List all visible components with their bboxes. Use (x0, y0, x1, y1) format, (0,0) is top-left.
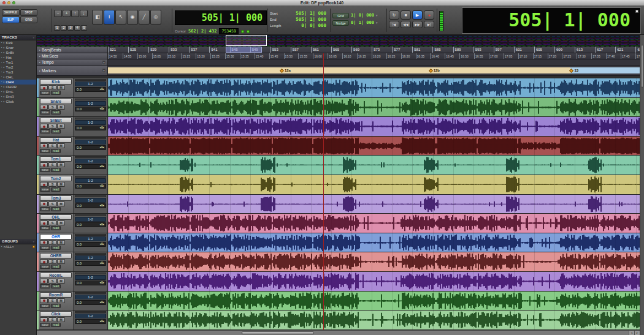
minsec-ruler[interactable]: 14:5014:5515:0015:0515:1015:1515:2015:25… (108, 53, 640, 59)
io-input-display[interactable] (75, 118, 106, 119)
volume-display[interactable]: 0.0◂0▸ (75, 107, 106, 111)
markers-ruler[interactable]: 12a12b13 (108, 66, 640, 75)
sidebar-track-item[interactable]: ▪▸Hat (0, 55, 36, 60)
track-name-button[interactable]: OHR (40, 234, 72, 239)
automation-mode-selector[interactable]: read (51, 149, 61, 153)
sidebar-track-item[interactable]: ▪▸RmL (0, 89, 36, 94)
tempo-ruler-label[interactable]: ▸Tempo+ (37, 59, 108, 65)
automation-mode-selector[interactable]: read (51, 129, 61, 134)
mute-button[interactable]: M (57, 240, 65, 245)
record-enable-button[interactable] (40, 298, 48, 303)
loop-playback-button[interactable]: ↻ (389, 10, 399, 20)
volume-display[interactable]: 0.0◂0▸ (75, 280, 106, 285)
track-lane[interactable] (108, 252, 640, 271)
waveform-view-selector[interactable]: wave (40, 91, 50, 95)
volume-display[interactable]: 0.0◂0▸ (75, 184, 106, 189)
track-name-button[interactable]: OHRR (40, 253, 72, 258)
volume-display[interactable]: 0.0◂0▸ (75, 164, 106, 169)
sidebar-track-item[interactable]: ▪▸OHR (0, 80, 36, 85)
horizontal-zoom-out-button[interactable]: − (54, 10, 62, 17)
track-name-button[interactable]: Hat (40, 137, 72, 143)
volume-display[interactable]: 0.0◂0▸ (75, 242, 106, 247)
mute-button[interactable]: M (57, 105, 65, 110)
track-name-button[interactable]: OHL (40, 214, 72, 220)
vertical-scroll-thumb[interactable] (641, 45, 643, 88)
mute-button[interactable]: M (57, 143, 65, 148)
solo-button[interactable]: S (48, 201, 56, 206)
io-input-display[interactable] (75, 253, 106, 255)
minsec-ruler-label[interactable]: ▸Min:Secs (37, 53, 108, 59)
scrubber-tool-button[interactable]: ◉ (127, 10, 138, 24)
fast-forward-button[interactable]: ▶▶ (412, 21, 423, 28)
solo-button[interactable]: S (48, 162, 56, 167)
grid-value-button[interactable]: Grid (332, 13, 349, 18)
markers-ruler-label[interactable]: ▸Markers+ (37, 66, 108, 75)
waveform-view-selector[interactable]: wave (40, 110, 50, 115)
io-output-display[interactable]: 1-2 (75, 275, 106, 280)
mute-button[interactable]: M (57, 259, 65, 264)
timeline-marker[interactable]: 13 (570, 69, 578, 72)
record-enable-button[interactable] (40, 220, 48, 225)
io-input-display[interactable] (75, 79, 106, 81)
slip-mode-button[interactable]: SLIP (2, 17, 20, 23)
mute-button[interactable]: M (57, 182, 65, 187)
track-name-button[interactable]: Tom3 (40, 195, 72, 201)
io-output-display[interactable]: 1-2 (75, 255, 106, 260)
track-lane[interactable] (108, 137, 640, 156)
io-output-display[interactable]: 1-2 (75, 120, 106, 125)
sidebar-track-item[interactable]: ▪▸Snar (0, 45, 36, 50)
mute-button[interactable]: M (57, 279, 65, 284)
universe-overview[interactable] (37, 35, 640, 47)
automation-mode-selector[interactable]: read (51, 110, 61, 115)
record-enable-button[interactable] (40, 201, 48, 206)
track-name-button[interactable]: Tom2 (40, 176, 72, 181)
close-button[interactable] (2, 1, 6, 4)
timeline-marker[interactable]: 12b (429, 69, 440, 72)
volume-display[interactable]: 0.0◂0▸ (75, 126, 106, 130)
solo-button[interactable]: S (48, 259, 56, 264)
solo-button[interactable]: S (48, 105, 56, 110)
shuffle-mode-button[interactable]: SHUFFLE (2, 9, 20, 16)
sidebar-track-item[interactable]: ▪▸OHRR (0, 85, 36, 89)
waveform-view-selector[interactable]: wave (40, 168, 50, 172)
waveform-view-selector[interactable]: wave (40, 265, 50, 269)
track-name-button[interactable]: RoomR (40, 292, 72, 298)
io-output-display[interactable]: 1-2 (75, 198, 106, 203)
waveform-view-selector[interactable]: wave (40, 284, 50, 288)
io-output-display[interactable]: 1-2 (75, 159, 106, 164)
io-input-display[interactable] (75, 292, 106, 294)
automation-mode-selector[interactable]: read (51, 284, 61, 288)
track-lane[interactable] (108, 292, 640, 311)
io-input-display[interactable] (75, 99, 106, 100)
vertical-zoom-out-button[interactable]: ↓ (80, 10, 88, 17)
track-name-button[interactable]: Kick (40, 79, 72, 85)
nudge-value[interactable]: 0| 1| 000 (351, 20, 374, 25)
track-name-button[interactable]: Snare (40, 99, 72, 104)
sidebar-group-item[interactable]: ▪<ALL> (0, 244, 36, 249)
automation-mode-selector[interactable]: read (51, 91, 61, 95)
track-lane[interactable] (108, 311, 640, 329)
track-name-button[interactable]: RoomL (40, 273, 72, 278)
tracks-panel-header[interactable]: TRACKS ○ (0, 35, 36, 40)
solo-button[interactable]: S (48, 143, 56, 148)
zoom-preset-2-button[interactable]: 2 (61, 25, 67, 31)
return-to-zero-button[interactable]: |◀ (389, 21, 399, 28)
rewind-button[interactable]: ◀◀ (401, 21, 411, 28)
track-name-button[interactable]: Click (40, 311, 72, 317)
track-lane[interactable] (108, 156, 640, 175)
options-circle-icon[interactable]: ○ (33, 35, 34, 40)
io-output-display[interactable]: 1-2 (75, 295, 106, 299)
solo-button[interactable]: S (48, 124, 56, 129)
grid-mode-button[interactable]: GRID (20, 17, 38, 23)
go-to-end-button[interactable]: ▶| (424, 21, 434, 28)
record-enable-button[interactable] (40, 85, 48, 90)
volume-display[interactable]: 0.0◂0▸ (75, 222, 106, 227)
mute-button[interactable]: M (57, 317, 65, 322)
record-enable-button[interactable] (40, 182, 48, 187)
chevron-down-icon[interactable]: ▾ (376, 13, 378, 17)
track-lane[interactable] (108, 214, 640, 233)
waveform-view-selector[interactable]: wave (40, 304, 50, 308)
waveform-view-selector[interactable]: wave (40, 323, 50, 327)
volume-display[interactable]: 0.0◂0▸ (75, 145, 106, 150)
mute-button[interactable]: M (57, 85, 65, 90)
